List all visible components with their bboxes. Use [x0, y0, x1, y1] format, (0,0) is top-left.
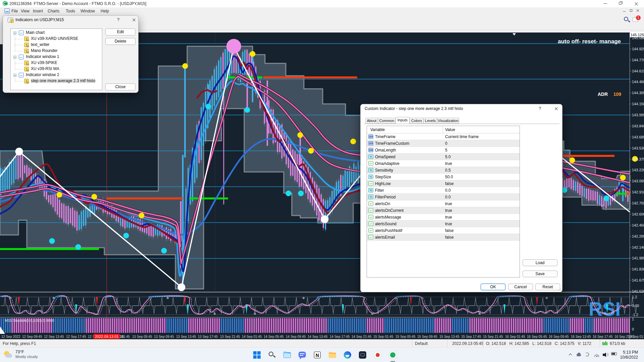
svg-text:13 Sep 21:45: 13 Sep 21:45	[220, 335, 240, 339]
svg-text:13 Sep 05:45: 13 Sep 05:45	[132, 335, 152, 339]
svg-text:15 Sep 09:45: 15 Sep 09:45	[417, 335, 437, 339]
svg-text:144.460: 144.460	[632, 80, 644, 84]
svg-text:142.600: 142.600	[632, 212, 644, 216]
svg-text:142.295: 142.295	[632, 234, 644, 238]
svg-text:1.2: 1.2	[632, 295, 637, 299]
svg-text:142.910: 142.910	[632, 190, 644, 194]
svg-text:12 Sep 2022: 12 Sep 2022	[1, 335, 20, 339]
svg-text:12 Sep 17:45: 12 Sep 17:45	[66, 335, 86, 339]
svg-text:0.00: 0.00	[632, 304, 639, 308]
svg-text:13 Sep 09:45: 13 Sep 09:45	[154, 335, 174, 339]
svg-text:109: 109	[613, 92, 622, 97]
svg-text:1: 1	[632, 317, 634, 321]
svg-text:0: 0	[632, 327, 634, 331]
svg-text:142.755: 142.755	[632, 201, 644, 205]
svg-text:143.995: 143.995	[632, 113, 644, 117]
svg-text:144.770: 144.770	[632, 58, 644, 62]
svg-text:15 Sep 17:45: 15 Sep 17:45	[461, 335, 481, 339]
svg-text:143.065: 143.065	[632, 179, 644, 183]
svg-text:141.675: 141.675	[632, 278, 644, 282]
svg-text:16 Sep 01:45: 16 Sep 01:45	[505, 335, 525, 339]
svg-text:143.840: 143.840	[632, 124, 644, 128]
svg-text:16 Sep 17:45: 16 Sep 17:45	[593, 335, 613, 339]
svg-text:14 Sep 05:45: 14 Sep 05:45	[264, 335, 284, 339]
svg-text:16 Sep 05:45: 16 Sep 05:45	[527, 335, 547, 339]
svg-text:14 Sep 21:45: 14 Sep 21:45	[352, 335, 372, 339]
svg-text:19 Sep 01:45: 19 Sep 01:45	[628, 335, 644, 339]
svg-text:12 Sep 13:45: 12 Sep 13:45	[44, 335, 64, 339]
svg-text:15 Sep 21:45: 15 Sep 21:45	[483, 335, 503, 339]
svg-text:15 Sep 05:45: 15 Sep 05:45	[395, 335, 416, 339]
svg-text:16 Sep 09:45: 16 Sep 09:45	[549, 335, 569, 339]
svg-text:145.125: 145.125	[631, 33, 644, 37]
svg-text:143.220: 143.220	[632, 168, 644, 172]
svg-text:143.530: 143.530	[632, 146, 644, 150]
svg-text:141.985: 141.985	[632, 256, 644, 260]
svg-text:141.520: 141.520	[632, 289, 644, 293]
svg-text:12 Sep 09:45: 12 Sep 09:45	[22, 335, 42, 339]
svg-text:15 Sep 01:45: 15 Sep 01:45	[373, 335, 393, 339]
svg-text:16 Sep 13:45: 16 Sep 13:45	[571, 335, 591, 339]
svg-text:143.375: 143.375	[632, 157, 644, 161]
svg-text:M15 StepMA(5.0,5.50) 1.0000: M15 StepMA(5.0,5.50) 1.0000	[5, 318, 54, 322]
svg-text:144.615: 144.615	[632, 69, 644, 73]
svg-text:14 Sep 09:45: 14 Sep 09:45	[286, 335, 306, 339]
svg-text:2022.09.13 01:15: 2022.09.13 01:15	[95, 335, 124, 339]
svg-text:13 Sep 17:45: 13 Sep 17:45	[198, 335, 218, 339]
svg-text:14 Sep 17:45: 14 Sep 17:45	[330, 335, 350, 339]
svg-text:142.450: 142.450	[632, 223, 644, 227]
svg-text:14 Sep 01:45: 14 Sep 01:45	[242, 335, 262, 339]
svg-text:141.830: 141.830	[632, 267, 644, 271]
svg-text:144.925: 144.925	[632, 47, 644, 51]
svg-text:142.140: 142.140	[632, 245, 644, 249]
svg-text:144.305: 144.305	[632, 91, 644, 95]
svg-text:auto off- reset- manage: auto off- reset- manage	[558, 38, 621, 45]
svg-text:ADR: ADR	[598, 92, 608, 97]
svg-text:13 Sep 13:45: 13 Sep 13:45	[176, 335, 196, 339]
svg-text:RSI: RSI	[589, 298, 621, 320]
svg-text:144.150: 144.150	[632, 102, 644, 106]
svg-text:15 Sep 13:45: 15 Sep 13:45	[439, 335, 460, 339]
svg-text:14 Sep 13:45: 14 Sep 13:45	[308, 335, 328, 339]
svg-text:-1.2: -1.2	[632, 313, 638, 317]
svg-text:143.685: 143.685	[632, 135, 644, 139]
